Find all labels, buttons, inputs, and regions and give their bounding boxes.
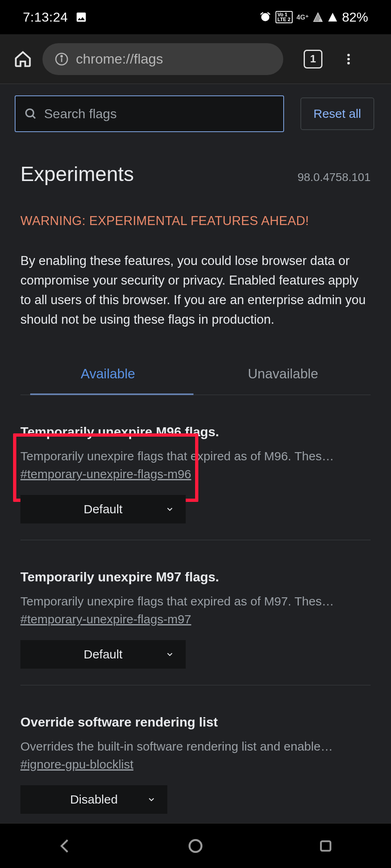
tab-unavailable[interactable]: Unavailable bbox=[196, 352, 371, 395]
flag-select-value: Default bbox=[84, 647, 122, 661]
svg-point-6 bbox=[347, 62, 350, 64]
tab-unavailable-label: Unavailable bbox=[248, 366, 318, 382]
chevron-down-icon bbox=[147, 795, 156, 804]
signal-icon-2 bbox=[327, 12, 338, 22]
nav-back-button[interactable] bbox=[53, 834, 78, 858]
system-nav-bar bbox=[0, 823, 391, 868]
status-time: 7:13:24 bbox=[23, 10, 68, 25]
nav-home-button[interactable] bbox=[183, 834, 208, 858]
url-text: chrome://flags bbox=[76, 51, 163, 67]
flag-description: Temporarily unexpire flags that expired … bbox=[20, 440, 359, 465]
svg-point-9 bbox=[189, 840, 201, 852]
flag-description: Overrides the built-in software renderin… bbox=[20, 730, 359, 755]
warning-heading: WARNING: EXPERIMENTAL FEATURES AHEAD! bbox=[20, 186, 371, 228]
reset-all-button[interactable]: Reset all bbox=[300, 97, 374, 130]
flag-title: Override software rendering list bbox=[20, 715, 371, 730]
reset-label: Reset all bbox=[313, 107, 361, 121]
overflow-menu-button[interactable] bbox=[340, 50, 358, 68]
url-bar[interactable]: chrome://flags bbox=[42, 43, 283, 75]
search-input[interactable] bbox=[44, 106, 275, 121]
status-battery: 82% bbox=[342, 10, 368, 25]
search-icon bbox=[24, 107, 38, 121]
page-title: Experiments bbox=[20, 162, 134, 186]
page-content: Reset all Experiments 98.0.4758.101 WARN… bbox=[0, 84, 391, 823]
flag-item: Override software rendering list Overrid… bbox=[20, 685, 371, 814]
flag-list: Temporarily unexpire M96 flags. Temporar… bbox=[0, 395, 391, 814]
picture-icon bbox=[75, 11, 87, 23]
chevron-down-icon bbox=[165, 650, 174, 659]
tabs: Available Unavailable bbox=[20, 352, 371, 395]
svg-point-7 bbox=[26, 109, 33, 117]
volte-icon: Vo 1LTE 2 bbox=[275, 11, 293, 23]
warning-body: By enabling these features, you could lo… bbox=[20, 228, 371, 329]
alarm-icon bbox=[259, 11, 271, 23]
flag-hash-link[interactable]: #ignore-gpu-blocklist bbox=[20, 755, 133, 771]
version-text: 98.0.4758.101 bbox=[298, 171, 371, 184]
tab-count: 1 bbox=[310, 53, 316, 65]
svg-point-5 bbox=[347, 57, 350, 60]
flag-title: Temporarily unexpire M97 flags. bbox=[20, 570, 371, 585]
flag-title: Temporarily unexpire M96 flags. bbox=[20, 424, 371, 440]
flag-select-value: Disabled bbox=[70, 793, 118, 806]
flag-description: Temporarily unexpire flags that expired … bbox=[20, 585, 359, 610]
flag-item: Temporarily unexpire M96 flags. Temporar… bbox=[20, 395, 371, 540]
tab-underline bbox=[30, 393, 193, 395]
flag-hash-link[interactable]: #temporary-unexpire-flags-m96 bbox=[20, 465, 191, 481]
search-flags-field[interactable] bbox=[15, 95, 284, 132]
signal-icon: R bbox=[313, 12, 323, 22]
info-icon bbox=[55, 52, 69, 66]
flag-hash-link[interactable]: #temporary-unexpire-flags-m97 bbox=[20, 610, 191, 626]
svg-line-8 bbox=[33, 116, 36, 119]
flag-select[interactable]: Disabled bbox=[20, 785, 167, 814]
tab-available-label: Available bbox=[81, 366, 135, 382]
status-bar: 7:13:24 Vo 1LTE 2 4G⁺ R 82% bbox=[0, 0, 391, 34]
tab-switcher-button[interactable]: 1 bbox=[304, 50, 322, 68]
svg-point-4 bbox=[347, 53, 350, 56]
svg-rect-10 bbox=[321, 841, 331, 850]
tab-available[interactable]: Available bbox=[20, 352, 196, 395]
svg-point-3 bbox=[61, 55, 62, 57]
chevron-down-icon bbox=[165, 505, 174, 514]
flag-select[interactable]: Default bbox=[20, 640, 186, 669]
flag-select[interactable]: Default bbox=[20, 495, 186, 523]
svg-text:R: R bbox=[319, 18, 322, 22]
home-button[interactable] bbox=[11, 48, 34, 71]
signal-4g-icon: 4G⁺ bbox=[297, 13, 309, 21]
flag-item: Temporarily unexpire M97 flags. Temporar… bbox=[20, 540, 371, 685]
browser-toolbar: chrome://flags 1 bbox=[0, 34, 391, 84]
nav-recent-button[interactable] bbox=[313, 834, 338, 858]
flag-select-value: Default bbox=[84, 502, 122, 516]
